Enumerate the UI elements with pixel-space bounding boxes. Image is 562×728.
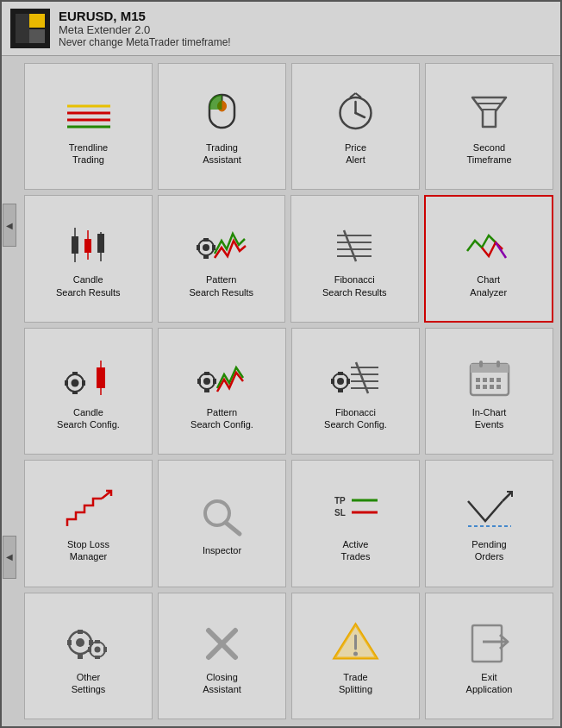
candle-search-results-button[interactable]: CandleSearch Results bbox=[24, 195, 153, 322]
second-timeframe-icon bbox=[464, 89, 515, 136]
trade-splitting-label: TradeSplitting bbox=[339, 671, 372, 696]
svg-rect-67 bbox=[479, 361, 483, 367]
grid-row-4: Stop LossManager Inspector bbox=[24, 460, 553, 587]
exit-application-button[interactable]: ExitApplication bbox=[425, 593, 553, 719]
candle-search-config-icon bbox=[63, 354, 115, 401]
svg-rect-64 bbox=[483, 385, 487, 389]
header-pair: EURUSD, M15 bbox=[59, 9, 231, 23]
svg-rect-49 bbox=[338, 389, 343, 392]
candle-search-config-button[interactable]: CandleSearch Config. bbox=[24, 328, 153, 455]
header-text: EURUSD, M15 Meta Extender 2.0 Never chan… bbox=[59, 9, 231, 48]
trading-assistant-label: TradingAssistant bbox=[203, 141, 241, 166]
pending-orders-label: PendingOrders bbox=[471, 538, 506, 563]
trading-assistant-icon bbox=[197, 89, 248, 136]
svg-rect-50 bbox=[331, 379, 334, 384]
svg-rect-44 bbox=[197, 379, 201, 384]
fibonacci-search-config-button[interactable]: FibonacciSearch Config. bbox=[291, 328, 420, 455]
svg-rect-62 bbox=[496, 378, 501, 382]
grid-row-3: CandleSearch Config. bbox=[24, 328, 553, 455]
svg-rect-87 bbox=[95, 656, 100, 659]
svg-point-41 bbox=[203, 378, 210, 385]
exit-application-icon bbox=[464, 618, 515, 666]
active-trades-button[interactable]: TP SL ActiveTrades bbox=[291, 460, 420, 587]
second-timeframe-button[interactable]: SecondTimeframe bbox=[425, 63, 553, 190]
exit-application-label: ExitApplication bbox=[466, 671, 513, 696]
svg-rect-43 bbox=[204, 389, 209, 392]
grid-row-1: TrendlineTrading bbox=[24, 63, 553, 190]
active-trades-icon: TP SL bbox=[330, 486, 382, 533]
svg-point-79 bbox=[76, 638, 84, 647]
svg-rect-45 bbox=[213, 379, 216, 384]
in-chart-events-label: In-ChartEvents bbox=[472, 406, 507, 431]
arrow-up-button[interactable]: ◀ bbox=[3, 204, 16, 247]
svg-rect-63 bbox=[476, 385, 480, 389]
pattern-search-config-button[interactable]: PatternSearch Config. bbox=[158, 328, 286, 455]
svg-line-71 bbox=[226, 523, 240, 534]
content-area: ◀ ◀ Trendlin bbox=[2, 56, 560, 726]
svg-rect-96 bbox=[472, 625, 502, 662]
other-settings-icon bbox=[63, 618, 115, 666]
svg-rect-68 bbox=[496, 361, 500, 367]
grid-row-2: CandleSearch Results bbox=[24, 195, 553, 322]
second-timeframe-label: SecondTimeframe bbox=[466, 141, 511, 166]
fibonacci-search-results-label: FibonacciSearch Results bbox=[322, 273, 387, 298]
stop-loss-manager-button[interactable]: Stop LossManager bbox=[24, 460, 153, 587]
closing-assistant-icon bbox=[197, 618, 248, 666]
svg-line-76 bbox=[503, 493, 511, 501]
svg-rect-18 bbox=[84, 239, 91, 253]
pattern-search-results-button[interactable]: PatternSearch Results bbox=[158, 195, 286, 322]
svg-rect-20 bbox=[97, 234, 104, 253]
trading-assistant-button[interactable]: TradingAssistant bbox=[158, 63, 286, 190]
svg-rect-66 bbox=[496, 385, 501, 389]
trendline-trading-button[interactable]: TrendlineTrading bbox=[24, 63, 153, 190]
svg-line-69 bbox=[102, 492, 110, 499]
svg-line-9 bbox=[356, 113, 365, 117]
svg-rect-60 bbox=[483, 378, 487, 382]
svg-rect-86 bbox=[95, 640, 100, 643]
pattern-search-config-icon bbox=[197, 354, 248, 401]
svg-point-85 bbox=[94, 647, 100, 653]
header: EURUSD, M15 Meta Extender 2.0 Never chan… bbox=[2, 2, 560, 56]
stop-loss-manager-icon bbox=[63, 486, 115, 533]
other-settings-button[interactable]: OtherSettings bbox=[24, 593, 153, 719]
svg-point-95 bbox=[353, 652, 358, 656]
pending-orders-button[interactable]: PendingOrders bbox=[425, 460, 553, 587]
svg-rect-35 bbox=[72, 391, 78, 394]
svg-rect-51 bbox=[347, 379, 350, 384]
closing-assistant-button[interactable]: ClosingAssistant bbox=[158, 593, 286, 719]
trendline-trading-label: TrendlineTrading bbox=[69, 141, 108, 166]
svg-rect-39 bbox=[97, 367, 105, 388]
price-alert-button[interactable]: PriceAlert bbox=[291, 63, 420, 190]
header-app: Meta Extender 2.0 bbox=[59, 23, 231, 36]
main-window: EURUSD, M15 Meta Extender 2.0 Never chan… bbox=[0, 0, 562, 728]
svg-rect-16 bbox=[72, 236, 78, 254]
svg-rect-61 bbox=[490, 378, 494, 382]
chart-analyzer-button[interactable]: ChartAnalyzer bbox=[424, 195, 554, 322]
closing-assistant-label: ClosingAssistant bbox=[203, 671, 241, 696]
pending-orders-icon bbox=[464, 486, 515, 533]
stop-loss-manager-label: Stop LossManager bbox=[67, 538, 109, 563]
svg-rect-26 bbox=[212, 245, 215, 250]
trade-splitting-icon bbox=[330, 618, 382, 666]
fibonacci-search-results-button[interactable]: FibonacciSearch Results bbox=[290, 195, 419, 322]
inspector-button[interactable]: Inspector bbox=[158, 460, 286, 587]
pattern-search-results-icon bbox=[196, 221, 247, 268]
candle-search-results-icon bbox=[62, 221, 114, 268]
svg-point-47 bbox=[337, 378, 344, 385]
candle-search-results-label: CandleSearch Results bbox=[56, 273, 121, 298]
pattern-search-results-label: PatternSearch Results bbox=[189, 273, 253, 298]
trendline-trading-icon bbox=[63, 89, 115, 136]
price-alert-label: PriceAlert bbox=[345, 141, 366, 166]
svg-rect-42 bbox=[204, 372, 209, 375]
svg-rect-80 bbox=[78, 630, 83, 634]
button-grid: TrendlineTrading bbox=[17, 56, 560, 726]
arrow-down-button[interactable]: ◀ bbox=[3, 536, 16, 579]
svg-rect-59 bbox=[476, 378, 480, 382]
svg-rect-23 bbox=[203, 238, 209, 242]
trade-splitting-button[interactable]: TradeSplitting bbox=[291, 593, 420, 719]
svg-marker-12 bbox=[472, 97, 506, 127]
fibonacci-search-config-icon bbox=[330, 354, 382, 401]
svg-text:SL: SL bbox=[334, 508, 346, 518]
in-chart-events-button[interactable]: In-ChartEvents bbox=[425, 328, 553, 455]
svg-rect-58 bbox=[471, 364, 509, 373]
